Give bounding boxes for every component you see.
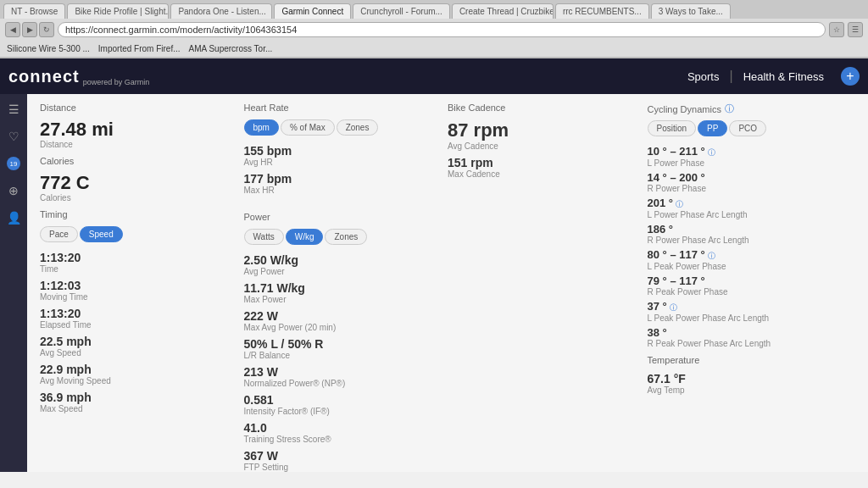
zones-button[interactable]: Zones (337, 119, 379, 136)
cd-row-6: 37 ° ⓘ L Peak Power Phase Arc Length (648, 300, 848, 323)
cd-row-7: 38 ° R Peak Power Phase Arc Length (648, 326, 848, 348)
pace-button[interactable]: Pace (40, 226, 78, 242)
bookmark-1[interactable]: Silicone Wire 5-300 ... (7, 44, 90, 53)
bike-cadence-title: Bike Cadence (448, 103, 639, 113)
bookmark-2[interactable]: Imported From Firef... (98, 44, 181, 53)
cd-row-0: 10 ° – 211 ° ⓘ L Power Phase (648, 145, 848, 168)
top-nav: connect powered by Garmin Sports | Healt… (0, 58, 868, 94)
power-row-6: 41.0 Training Stress Score® (244, 421, 440, 444)
sidebar-add-icon[interactable]: ⊕ (2, 179, 25, 202)
tab-cruzbike[interactable]: Create Thread | Cruzbike... (452, 3, 554, 19)
power-row-4: 213 W Normalized Power® (NP®) (244, 365, 440, 388)
cd-info-icon-6[interactable]: ⓘ (670, 303, 677, 312)
logo-subtitle: powered by Garmin (83, 78, 150, 86)
wkg-button[interactable]: W/kg (286, 229, 324, 245)
sidebar-notification-icon[interactable]: 19 (2, 152, 25, 175)
temperature-title: Temperature (648, 355, 848, 365)
bike-cadence-section: Bike Cadence 87 rpm Avg Cadence 151 rpm … (448, 103, 648, 400)
power-row-2: 222 W Max Avg Power (20 min) (244, 309, 440, 332)
col-hr-power: Heart Rate bpm % of Max Zones 155 bpm Av… (244, 103, 448, 472)
cd-row-4: 80 ° – 117 ° ⓘ L Peak Power Phase (648, 248, 848, 271)
settings-button[interactable]: ☰ (848, 22, 863, 37)
timing-row-4: 22.9 mph Avg Moving Speed (40, 363, 236, 385)
avg-cadence-row: 87 rpm Avg Cadence (448, 119, 639, 151)
cycling-dynamics-section: Cycling Dynamics ⓘ Position PP PCO 10 ° … (648, 103, 848, 400)
forward-button[interactable]: ▶ (22, 22, 37, 37)
speed-button[interactable]: Speed (80, 226, 123, 242)
power-title: Power (244, 212, 440, 222)
calories-label: Calories (40, 193, 236, 202)
col-distance-timing: Distance 27.48 mi Distance Calories 772 … (40, 103, 244, 472)
main-content: Distance 27.48 mi Distance Calories 772 … (27, 94, 868, 472)
cycling-dynamics-title: Cycling Dynamics ⓘ (648, 103, 848, 115)
bookmark-3[interactable]: AMA Supercross Tor... (189, 44, 273, 53)
sports-nav-link[interactable]: Sports (677, 70, 730, 83)
timing-row-1: 1:12:03 Moving Time (40, 279, 236, 302)
cd-row-5: 79 ° – 117 ° R Peak Power Phase (648, 274, 848, 297)
power-row-1: 11.71 W/kg Max Power (244, 281, 440, 304)
add-nav-button[interactable]: + (841, 67, 860, 86)
pct-max-button[interactable]: % of Max (281, 119, 335, 136)
power-row-3: 50% L / 50% R L/R Balance (244, 337, 440, 360)
power-row-5: 0.581 Intensity Factor® (IF®) (244, 393, 440, 416)
avg-temp-row: 67.1 °F Avg Temp (648, 372, 848, 395)
bookmark-button[interactable]: ☆ (829, 22, 844, 37)
timing-row-3: 22.5 mph Avg Speed (40, 335, 236, 358)
temperature-section: Temperature 67.1 °F Avg Temp (648, 355, 848, 395)
cd-row-1: 14 ° – 200 ° R Power Phase (648, 171, 848, 193)
cd-row-3: 186 ° R Power Phase Arc Length (648, 223, 848, 245)
power-row-7: 367 W FTP Setting (244, 449, 440, 472)
app-logo: connect (8, 67, 80, 86)
hr-title: Heart Rate (244, 103, 440, 113)
tab-nt-browse[interactable]: NT - Browse (3, 3, 65, 19)
tab-pandora[interactable]: Pandora One - Listen... (170, 3, 272, 19)
tab-garmin[interactable]: Garmin Connect (274, 3, 351, 19)
power-row-0: 2.50 W/kg Avg Power (244, 253, 440, 276)
sidebar-heart-icon[interactable]: ♡ (2, 125, 25, 148)
pco-button[interactable]: PCO (729, 120, 766, 136)
bookmarks-bar: Silicone Wire 5-300 ... Imported From Fi… (0, 41, 868, 58)
cd-row-2: 201 ° ⓘ L Power Phase Arc Length (648, 197, 848, 219)
tab-crunchyroll[interactable]: Crunchyroll - Forum... (353, 3, 450, 19)
cycling-dynamics-info-icon[interactable]: ⓘ (725, 103, 734, 115)
hr-btn-group: bpm % of Max Zones (244, 119, 440, 136)
address-bar: ◀ ▶ ↻ https://connect.garmin.com/modern/… (0, 19, 868, 41)
tab-recumbents[interactable]: rrc RECUMBENTS... (555, 3, 649, 19)
refresh-button[interactable]: ↻ (39, 22, 54, 37)
health-fitness-nav-link[interactable]: Health & Fitness (733, 70, 834, 83)
tab-screenshot[interactable]: 3 Ways to Take... (651, 3, 731, 19)
url-input[interactable]: https://connect.garmin.com/modern/activi… (58, 22, 826, 37)
distance-title: Distance (40, 103, 236, 113)
power-zones-button[interactable]: Zones (325, 229, 367, 245)
timing-title: Timing (40, 209, 236, 219)
max-cadence-row: 151 rpm Max Cadence (448, 156, 639, 179)
sidebar-menu-icon[interactable]: ☰ (2, 97, 25, 121)
calories-title: Calories (40, 156, 236, 166)
cycling-dynamics-btn-group: Position PP PCO (648, 120, 848, 136)
col-cadence-dynamics: Bike Cadence 87 rpm Avg Cadence 151 rpm … (448, 103, 855, 472)
timing-row-2: 1:13:20 Elapsed Time (40, 307, 236, 330)
cd-info-icon-4[interactable]: ⓘ (708, 252, 715, 260)
calories-value: 772 C (40, 173, 236, 193)
distance-label: Distance (40, 140, 236, 149)
tab-bar: NT - Browse Bike Ride Profile | Slight..… (0, 0, 868, 19)
watts-button[interactable]: Watts (244, 229, 284, 245)
distance-value: 27.48 mi (40, 119, 236, 140)
cd-info-icon-0[interactable]: ⓘ (708, 148, 715, 157)
power-btn-group: Watts W/kg Zones (244, 229, 440, 245)
back-button[interactable]: ◀ (5, 22, 20, 37)
timing-btn-group: Pace Speed (40, 226, 236, 242)
sidebar-user-icon[interactable]: 👤 (2, 206, 25, 230)
sidebar: ☰ ♡ 19 ⊕ 👤 (0, 94, 27, 472)
timing-row-0: 1:13:20 Time (40, 251, 236, 274)
pp-button[interactable]: PP (698, 120, 727, 136)
bpm-button[interactable]: bpm (244, 119, 279, 136)
avg-hr-row: 155 bpm Avg HR (244, 144, 440, 167)
position-button[interactable]: Position (648, 120, 697, 136)
max-hr-row: 177 bpm Max HR (244, 172, 440, 195)
cd-info-icon-2[interactable]: ⓘ (676, 200, 683, 208)
timing-row-5: 36.9 mph Max Speed (40, 391, 236, 413)
tab-bike-ride[interactable]: Bike Ride Profile | Slight... (67, 3, 169, 19)
